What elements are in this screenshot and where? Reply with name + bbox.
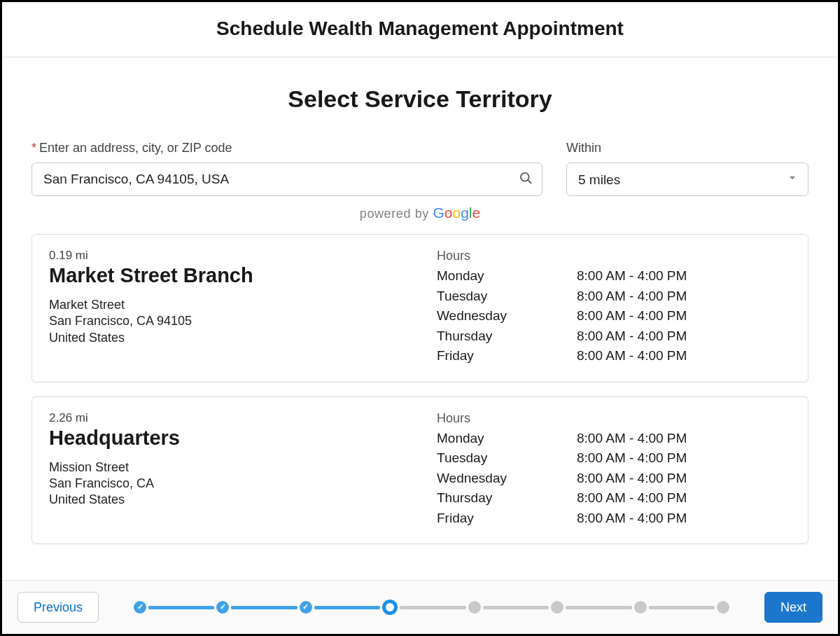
hours-row: Monday8:00 AM - 4:00 PM bbox=[437, 429, 791, 449]
step-connector bbox=[148, 606, 214, 609]
address-field: *Enter an address, city, or ZIP code bbox=[31, 141, 542, 196]
step-indicator[interactable] bbox=[717, 601, 729, 614]
step-indicator[interactable] bbox=[300, 601, 312, 614]
hours-row: Monday8:00 AM - 4:00 PM bbox=[437, 266, 791, 286]
hours-day: Tuesday bbox=[437, 448, 577, 469]
address-input-wrap bbox=[31, 163, 542, 196]
modal-footer: Previous Next bbox=[2, 580, 838, 634]
address-input[interactable] bbox=[31, 163, 542, 196]
hours-time: 8:00 AM - 4:00 PM bbox=[577, 448, 687, 469]
previous-button[interactable]: Previous bbox=[18, 592, 99, 623]
location-card[interactable]: 0.19 miMarket Street BranchMarket Street… bbox=[31, 234, 808, 382]
location-info: 2.26 miHeadquartersMission StreetSan Fra… bbox=[49, 411, 420, 529]
hours-row: Friday8:00 AM - 4:00 PM bbox=[437, 509, 791, 529]
location-address-line: United States bbox=[49, 492, 420, 508]
hours-day: Monday bbox=[437, 266, 577, 286]
step-connector bbox=[649, 606, 715, 609]
step-connector bbox=[400, 606, 465, 609]
hours-time: 8:00 AM - 4:00 PM bbox=[577, 346, 687, 366]
location-distance: 2.26 mi bbox=[49, 411, 420, 425]
section-title: Select Service Territory bbox=[31, 85, 808, 113]
step-indicator[interactable] bbox=[551, 601, 564, 614]
powered-by-google: powered by Google bbox=[31, 205, 808, 221]
page-title: Schedule Wealth Management Appointment bbox=[2, 18, 838, 40]
hours-day: Wednesday bbox=[437, 469, 577, 489]
hours-day: Wednesday bbox=[437, 306, 577, 326]
google-logo: Google bbox=[433, 205, 480, 221]
hours-day: Monday bbox=[437, 429, 577, 449]
location-card[interactable]: 2.26 miHeadquartersMission StreetSan Fra… bbox=[31, 396, 808, 545]
filter-row: *Enter an address, city, or ZIP code Wit… bbox=[31, 141, 808, 196]
step-connector bbox=[314, 606, 380, 609]
step-indicator[interactable] bbox=[634, 601, 647, 614]
location-address-line: San Francisco, CA 94105 bbox=[49, 313, 420, 329]
modal-header: Schedule Wealth Management Appointment bbox=[2, 2, 838, 57]
hours-time: 8:00 AM - 4:00 PM bbox=[577, 509, 687, 529]
hours-row: Thursday8:00 AM - 4:00 PM bbox=[437, 326, 791, 347]
hours-time: 8:00 AM - 4:00 PM bbox=[577, 266, 687, 286]
hours-day: Thursday bbox=[437, 488, 577, 509]
hours-row: Wednesday8:00 AM - 4:00 PM bbox=[437, 469, 791, 489]
required-marker: * bbox=[31, 141, 36, 155]
progress-stepper bbox=[113, 600, 750, 615]
step-indicator[interactable] bbox=[382, 600, 398, 615]
radius-field: Within 5 miles bbox=[566, 141, 808, 196]
hours-time: 8:00 AM - 4:00 PM bbox=[577, 469, 687, 489]
hours-day: Friday bbox=[437, 509, 577, 529]
modal-content: Select Service Territory *Enter an addre… bbox=[2, 57, 838, 580]
hours-day: Friday bbox=[437, 346, 577, 366]
hours-row: Tuesday8:00 AM - 4:00 PM bbox=[437, 286, 791, 307]
step-indicator[interactable] bbox=[468, 601, 481, 614]
radius-select[interactable]: 5 miles bbox=[566, 163, 808, 196]
step-indicator[interactable] bbox=[216, 601, 229, 614]
location-address-line: United States bbox=[49, 330, 420, 346]
location-name: Market Street Branch bbox=[49, 264, 420, 287]
hours-time: 8:00 AM - 4:00 PM bbox=[577, 429, 687, 449]
location-distance: 0.19 mi bbox=[49, 249, 420, 263]
hours-day: Thursday bbox=[437, 326, 577, 347]
app-window: Schedule Wealth Management Appointment S… bbox=[0, 0, 840, 636]
next-button[interactable]: Next bbox=[764, 592, 822, 623]
step-connector bbox=[231, 606, 297, 609]
hours-label: Hours bbox=[437, 411, 791, 426]
location-info: 0.19 miMarket Street BranchMarket Street… bbox=[49, 249, 420, 366]
hours-day: Tuesday bbox=[437, 286, 577, 307]
location-address-line: Mission Street bbox=[49, 459, 420, 476]
powered-prefix: powered by bbox=[360, 207, 433, 221]
hours-label: Hours bbox=[437, 249, 791, 263]
hours-row: Friday8:00 AM - 4:00 PM bbox=[437, 346, 791, 366]
radius-select-wrap: 5 miles bbox=[566, 163, 808, 196]
location-address-line: San Francisco, CA bbox=[49, 476, 420, 492]
hours-time: 8:00 AM - 4:00 PM bbox=[577, 306, 687, 326]
radius-label: Within bbox=[566, 141, 808, 155]
hours-time: 8:00 AM - 4:00 PM bbox=[577, 286, 687, 307]
location-address-line: Market Street bbox=[49, 297, 420, 313]
step-connector bbox=[566, 606, 631, 609]
location-hours: HoursMonday8:00 AM - 4:00 PMTuesday8:00 … bbox=[437, 411, 791, 529]
hours-time: 8:00 AM - 4:00 PM bbox=[577, 326, 687, 347]
location-list: 0.19 miMarket Street BranchMarket Street… bbox=[31, 234, 808, 544]
address-label: *Enter an address, city, or ZIP code bbox=[31, 141, 542, 155]
hours-time: 8:00 AM - 4:00 PM bbox=[577, 488, 687, 509]
step-connector bbox=[483, 606, 549, 609]
step-indicator[interactable] bbox=[134, 601, 146, 614]
hours-row: Wednesday8:00 AM - 4:00 PM bbox=[437, 306, 791, 326]
location-hours: HoursMonday8:00 AM - 4:00 PMTuesday8:00 … bbox=[437, 249, 791, 366]
address-label-text: Enter an address, city, or ZIP code bbox=[39, 141, 232, 155]
hours-row: Thursday8:00 AM - 4:00 PM bbox=[437, 488, 791, 509]
location-name: Headquarters bbox=[49, 427, 420, 450]
hours-row: Tuesday8:00 AM - 4:00 PM bbox=[437, 448, 791, 469]
